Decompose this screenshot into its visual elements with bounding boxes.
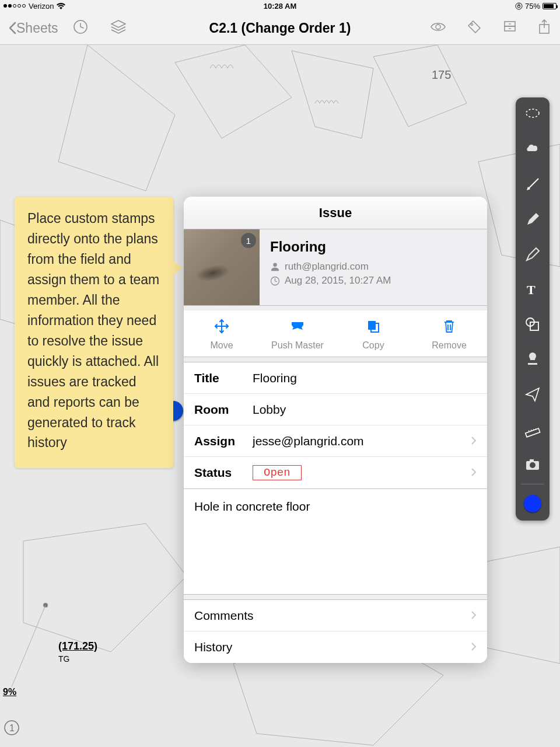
back-button[interactable]: Sheets: [8, 20, 58, 36]
field-room-value: Lobby: [253, 403, 286, 417]
issue-creator: ruth@plangrid.com: [285, 261, 369, 273]
send-tool[interactable]: [524, 386, 541, 403]
issue-timestamp: Aug 28, 2015, 10:27 AM: [285, 275, 391, 287]
svg-rect-18: [368, 321, 376, 330]
issue-summary: 1 Flooring ruth@plangrid.com Aug 28, 201…: [184, 229, 487, 306]
wifi-icon: [57, 3, 65, 9]
help-callout: Place custom stamps directly onto the pl…: [15, 197, 173, 468]
move-button[interactable]: Move: [184, 319, 260, 351]
blueprint-percent: 9%: [3, 687, 16, 697]
photo-count-badge: 1: [241, 233, 256, 248]
visibility-icon[interactable]: [429, 18, 447, 38]
battery-percent: 75%: [525, 2, 540, 11]
svg-point-4: [471, 23, 473, 25]
status-time: 10:28 AM: [264, 2, 297, 11]
svg-line-23: [528, 179, 538, 189]
orientation-lock-icon: [515, 2, 523, 10]
field-assign-value: jesse@plangrid.com: [253, 434, 364, 448]
svg-line-32: [536, 428, 536, 430]
issue-title: Flooring: [270, 239, 391, 255]
chevron-right-icon: [471, 466, 477, 480]
field-status[interactable]: Status Open: [184, 457, 487, 488]
ruler-tool[interactable]: [524, 421, 541, 438]
svg-marker-2: [111, 20, 125, 27]
chevron-right-icon: [471, 640, 477, 654]
camera-tool[interactable]: [524, 456, 541, 473]
battery-icon: [542, 3, 556, 9]
share-icon[interactable]: [537, 18, 552, 38]
push-master-button[interactable]: Push Master: [260, 319, 335, 351]
issue-description[interactable]: Hole in concrete floor: [184, 489, 487, 594]
page-title: C2.1 (Change Order 1): [209, 20, 351, 36]
issue-popover: Issue 1 Flooring ruth@plangrid.com Aug 2…: [184, 197, 487, 663]
help-callout-text: Place custom stamps directly onto the pl…: [27, 211, 159, 450]
field-assign[interactable]: Assign jesse@plangrid.com: [184, 425, 487, 457]
layers-icon[interactable]: [110, 18, 127, 38]
tag-icon[interactable]: [466, 18, 483, 38]
svg-rect-35: [530, 459, 534, 462]
archive-icon[interactable]: [502, 19, 518, 37]
carrier-label: Verizon: [29, 2, 54, 11]
stamp-tool[interactable]: [524, 351, 541, 368]
field-title-value: Flooring: [253, 371, 297, 385]
arrow-tool[interactable]: [524, 176, 541, 193]
svg-text:T: T: [527, 282, 536, 297]
lasso-tool[interactable]: [524, 106, 541, 123]
blueprint-dim-175: 175: [432, 68, 451, 82]
svg-point-22: [526, 109, 539, 117]
shape-tool[interactable]: [524, 316, 541, 333]
nav-bar: Sheets C2.1 (Change Order 1): [0, 12, 560, 45]
issue-actions: Move Push Master Copy Remove: [184, 310, 487, 357]
text-tool[interactable]: T: [524, 281, 541, 298]
svg-line-12: [12, 605, 46, 687]
issue-photo-thumbnail[interactable]: 1: [184, 229, 260, 305]
pen-tool[interactable]: [524, 211, 541, 228]
blueprint-canvas[interactable]: 1 175 (171.25) TG 9% Place custom stamps…: [0, 45, 560, 747]
clock-icon: [270, 276, 280, 286]
back-label: Sheets: [16, 20, 58, 36]
annotation-toolbar: T: [516, 97, 550, 521]
color-picker[interactable]: [524, 495, 541, 512]
history-icon[interactable]: [72, 19, 89, 37]
chevron-right-icon: [471, 434, 477, 448]
field-title[interactable]: Title Flooring: [184, 362, 487, 394]
blueprint-point-label: (171.25) TG: [58, 640, 97, 665]
chevron-right-icon: [471, 609, 477, 623]
highlighter-tool[interactable]: [524, 246, 541, 263]
comments-row[interactable]: Comments: [184, 600, 487, 631]
issue-fields: Title Flooring Room Lobby Assign jesse@p…: [184, 362, 487, 489]
popover-title: Issue: [184, 197, 487, 229]
svg-rect-28: [526, 428, 540, 437]
svg-text:1: 1: [9, 723, 15, 733]
field-room[interactable]: Room Lobby: [184, 394, 487, 425]
history-row[interactable]: History: [184, 631, 487, 663]
cloud-tool[interactable]: [524, 141, 541, 158]
status-badge: Open: [253, 465, 302, 480]
status-bar: Verizon 10:28 AM 75%: [0, 0, 560, 12]
copy-button[interactable]: Copy: [335, 319, 411, 351]
svg-point-3: [436, 25, 440, 29]
person-icon: [270, 262, 280, 272]
svg-point-34: [530, 462, 536, 468]
remove-button[interactable]: Remove: [411, 319, 487, 351]
signal-dots-icon: [4, 4, 26, 8]
